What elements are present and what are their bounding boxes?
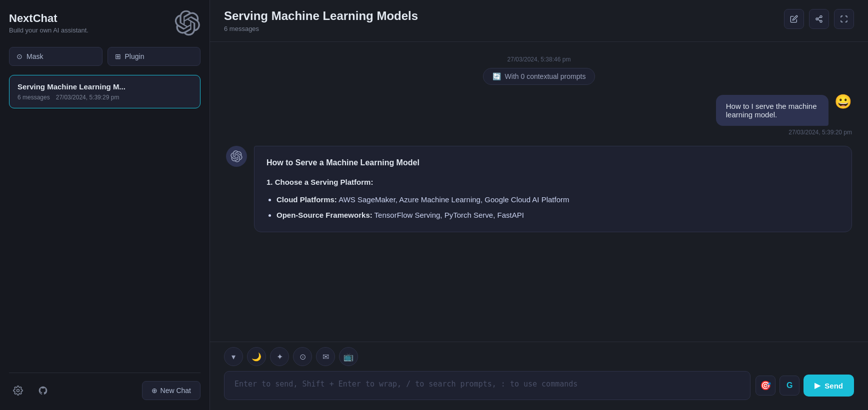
- scroll-down-button[interactable]: ▾: [224, 347, 243, 366]
- sidebar-actions: ⊙ Mask ⊞ Plugin: [9, 47, 200, 66]
- user-message-container: How to I serve the machine learning mode…: [226, 95, 852, 136]
- openai-logo: [174, 10, 200, 36]
- video-icon: 📺: [344, 352, 354, 362]
- user-message-row: How to I serve the machine learning mode…: [664, 95, 852, 126]
- main-title-block: Serving Machine Learning Models 6 messag…: [224, 9, 418, 32]
- chat-list: Serving Machine Learning M... 6 messages…: [9, 75, 200, 365]
- grammarly-button[interactable]: G: [780, 376, 800, 396]
- send-button[interactable]: ▶ Send: [804, 375, 854, 397]
- user-timestamp: 27/03/2024, 5:39:20 pm: [788, 129, 852, 136]
- video-button[interactable]: 📺: [339, 347, 358, 366]
- moon-icon: 🌙: [252, 352, 262, 362]
- grammar-check-button[interactable]: 🎯: [756, 376, 776, 396]
- ai-list-item-1: Cloud Platforms: AWS SageMaker, Azure Ma…: [276, 194, 840, 206]
- sidebar: NextChat Build your own AI assistant. ⊙ …: [0, 0, 210, 410]
- target-icon: 🎯: [760, 380, 771, 391]
- system-timestamp: 27/03/2024, 5:38:46 pm: [508, 56, 571, 63]
- g-icon: G: [786, 381, 792, 390]
- mask-icon: ⊙: [16, 52, 22, 60]
- new-chat-button[interactable]: ⊕ New Chat: [142, 381, 200, 400]
- sidebar-title-block: NextChat Build your own AI assistant.: [9, 12, 88, 34]
- settings-button[interactable]: [9, 382, 27, 400]
- face-icon: ⊙: [300, 352, 306, 362]
- header-actions: [784, 9, 854, 29]
- svg-point-0: [17, 390, 20, 392]
- github-button[interactable]: [34, 382, 52, 400]
- input-row: 🎯 G ▶ Send: [224, 371, 854, 400]
- input-actions: 🎯 G ▶ Send: [756, 375, 854, 397]
- share-button[interactable]: [809, 9, 829, 29]
- bullet2-text: TensorFlow Serving, PyTorch Serve, FastA…: [372, 211, 524, 219]
- ai-avatar: [226, 146, 247, 167]
- svg-point-2: [816, 18, 818, 20]
- ai-heading: How to Serve a Machine Learning Model: [266, 156, 840, 169]
- main-header: Serving Machine Learning Models 6 messag…: [210, 0, 868, 42]
- image-icon: ✉: [322, 352, 329, 362]
- chat-item-timestamp: 27/03/2024, 5:39:29 pm: [56, 94, 120, 101]
- system-message: 27/03/2024, 5:38:46 pm 🔄 With 0 contextu…: [226, 56, 852, 85]
- chat-item-meta: 6 messages 27/03/2024, 5:39:29 pm: [18, 94, 192, 101]
- image-button[interactable]: ✉: [316, 347, 335, 366]
- bullet1-text: AWS SageMaker, Azure Machine Learning, G…: [337, 195, 570, 204]
- sparkle-icon: ✦: [276, 352, 283, 362]
- ai-section1-title: 1. Choose a Serving Platform:: [266, 176, 840, 189]
- svg-line-4: [818, 19, 820, 21]
- toolbar-row: ▾ 🌙 ✦ ⊙ ✉ 📺: [224, 347, 854, 366]
- bullet2-label: Open-Source Frameworks:: [276, 211, 372, 219]
- chat-item-title: Serving Machine Learning M...: [18, 82, 192, 91]
- sidebar-header: NextChat Build your own AI assistant.: [9, 10, 200, 36]
- ai-message-container: How to Serve a Machine Learning Model 1.…: [226, 146, 852, 232]
- chat-list-item[interactable]: Serving Machine Learning M... 6 messages…: [9, 75, 200, 108]
- sparkle-button[interactable]: ✦: [270, 347, 289, 366]
- ai-list-item-2: Open-Source Frameworks: TensorFlow Servi…: [276, 209, 840, 222]
- plugin-icon: ⊞: [115, 52, 121, 60]
- user-bubble: How to I serve the machine learning mode…: [716, 95, 828, 126]
- expand-button[interactable]: [834, 9, 854, 29]
- input-area: ▾ 🌙 ✦ ⊙ ✉ 📺 🎯: [210, 342, 868, 410]
- app-subtitle: Build your own AI assistant.: [9, 26, 88, 34]
- main-title: Serving Machine Learning Models: [224, 9, 418, 23]
- sidebar-footer: ⊕ New Chat: [9, 373, 200, 400]
- edit-button[interactable]: [784, 9, 804, 29]
- app-title: NextChat: [9, 12, 88, 25]
- plugin-button[interactable]: ⊞ Plugin: [108, 47, 201, 66]
- svg-point-3: [820, 20, 822, 22]
- plus-icon: ⊕: [152, 387, 158, 395]
- svg-point-1: [820, 15, 822, 17]
- mask-toolbar-button[interactable]: ⊙: [293, 347, 312, 366]
- bullet1-label: Cloud Platforms:: [276, 195, 337, 204]
- chat-input[interactable]: [224, 371, 750, 400]
- mask-button[interactable]: ⊙ Mask: [9, 47, 102, 66]
- send-icon: ▶: [814, 381, 820, 390]
- user-avatar: 😀: [834, 95, 852, 109]
- context-icon: 🔄: [492, 72, 501, 80]
- main-content: Serving Machine Learning Models 6 messag…: [210, 0, 868, 410]
- dark-mode-button[interactable]: 🌙: [247, 347, 266, 366]
- contextual-badge: 🔄 With 0 contextual prompts: [483, 68, 596, 85]
- ai-list: Cloud Platforms: AWS SageMaker, Azure Ma…: [266, 194, 840, 222]
- svg-line-5: [818, 17, 820, 18]
- ai-bubble: How to Serve a Machine Learning Model 1.…: [254, 146, 852, 232]
- chat-item-messages: 6 messages: [18, 94, 50, 101]
- chevron-down-icon: ▾: [232, 352, 236, 362]
- chat-area: 27/03/2024, 5:38:46 pm 🔄 With 0 contextu…: [210, 42, 868, 342]
- main-subtitle: 6 messages: [224, 25, 418, 32]
